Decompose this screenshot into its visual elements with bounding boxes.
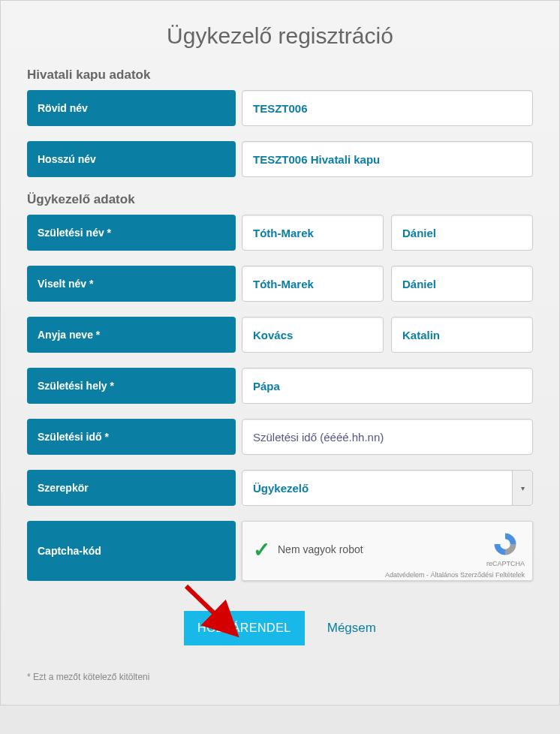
recaptcha-widget[interactable]: ✓ Nem vagyok robot reCAPTCHA Adatvédelem… <box>242 521 533 581</box>
label-short-name: Rövid név <box>27 90 236 126</box>
mother-name-first-input[interactable]: Katalin <box>391 317 533 353</box>
label-long-name: Hosszú név <box>27 141 236 177</box>
mother-name-last-input[interactable]: Kovács <box>242 317 384 353</box>
label-birth-date: Születési idő * <box>27 419 236 455</box>
birth-place-input[interactable]: Pápa <box>242 368 533 404</box>
required-footnote: * Ezt a mezőt kötelező kitölteni <box>27 672 533 682</box>
section-hivatali-heading: Hivatali kapu adatok <box>27 68 533 83</box>
used-name-first-input[interactable]: Dániel <box>391 266 533 302</box>
recaptcha-legal: Adatvédelem - Általános Szerződési Felté… <box>250 571 525 579</box>
cancel-link[interactable]: Mégsem <box>327 621 376 636</box>
row-short-name: Rövid név TESZT006 <box>27 90 533 126</box>
birth-date-input[interactable]: Születési idő (éééé.hh.nn) <box>242 419 533 455</box>
label-birth-place: Születési hely * <box>27 368 236 404</box>
field-long-name: TESZT006 Hivatali kapu <box>242 141 533 177</box>
submit-button[interactable]: HOZZÁRENDEL <box>184 611 305 645</box>
row-role: Szerepkör Ügykezelő ▾ <box>27 470 533 506</box>
label-used-name: Viselt név * <box>27 266 236 302</box>
label-role: Szerepkör <box>27 470 236 506</box>
row-long-name: Hosszú név TESZT006 Hivatali kapu <box>27 141 533 177</box>
row-birth-date: Születési idő * Születési idő (éééé.hh.n… <box>27 419 533 455</box>
role-selected-value: Ügykezelő <box>242 470 512 506</box>
checkmark-icon: ✓ <box>253 537 270 562</box>
label-mother-name: Anyja neve * <box>27 317 236 353</box>
captcha-not-robot-text: Nem vagyok robot <box>278 543 363 555</box>
role-select[interactable]: Ügykezelő ▾ <box>242 470 533 506</box>
row-birth-name: Születési név * Tóth-Marek Dániel <box>27 215 533 251</box>
page-title: Ügykezelő regisztráció <box>27 23 533 49</box>
recaptcha-brand: reCAPTCHA <box>486 560 525 567</box>
row-mother-name: Anyja neve * Kovács Katalin <box>27 317 533 353</box>
field-short-name: TESZT006 <box>242 90 533 126</box>
birth-name-first-input[interactable]: Dániel <box>391 215 533 251</box>
section-ugykezelo-heading: Ügykezelő adatok <box>27 192 533 207</box>
row-captcha: Captcha-kód ✓ Nem vagyok robot reCAPTCHA… <box>27 521 533 581</box>
label-captcha: Captcha-kód <box>27 521 236 581</box>
used-name-last-input[interactable]: Tóth-Marek <box>242 266 384 302</box>
row-used-name: Viselt név * Tóth-Marek Dániel <box>27 266 533 302</box>
recaptcha-icon <box>492 531 518 557</box>
row-birth-place: Születési hely * Pápa <box>27 368 533 404</box>
birth-name-last-input[interactable]: Tóth-Marek <box>242 215 384 251</box>
chevron-down-icon[interactable]: ▾ <box>512 470 533 506</box>
label-birth-name: Születési név * <box>27 215 236 251</box>
